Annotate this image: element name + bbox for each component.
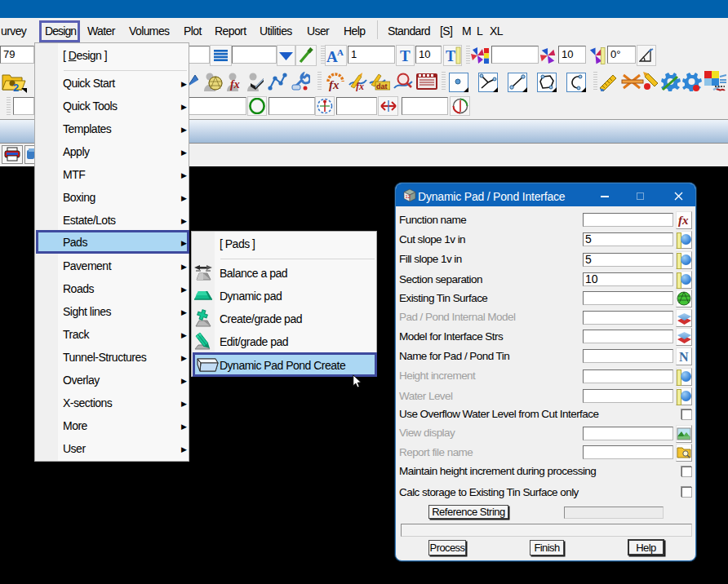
svg-text:fx: fx [678, 214, 689, 227]
svg-text:T: T [446, 48, 455, 64]
svg-text:T: T [400, 47, 411, 64]
svg-text:fx: fx [329, 78, 340, 91]
svg-text:N: N [679, 350, 689, 364]
svg-text:A: A [326, 48, 338, 65]
svg-text:2: 2 [13, 82, 19, 93]
svg-text:dat: dat [376, 82, 388, 91]
svg-text:fx: fx [356, 81, 364, 91]
svg-text:A: A [337, 47, 344, 57]
svg-text:12: 12 [406, 194, 411, 199]
svg-text:fx: fx [230, 78, 240, 91]
